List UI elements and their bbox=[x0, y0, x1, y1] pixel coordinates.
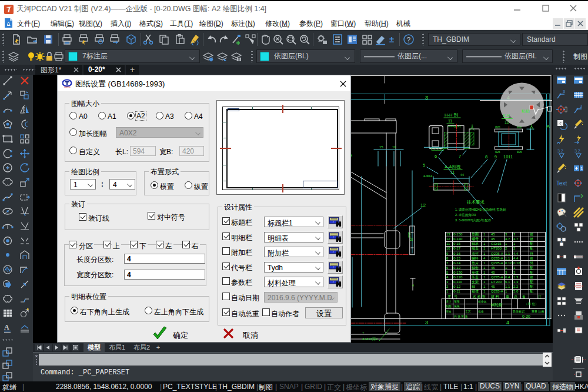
svg-text:0-16: 0-16 bbox=[453, 252, 461, 255]
svg-text:垫片: 垫片 bbox=[472, 261, 479, 265]
svg-text:6: 6 bbox=[435, 154, 437, 159]
svg-text:4: 4 bbox=[506, 320, 509, 325]
svg-text:0.12: 0.12 bbox=[513, 261, 520, 265]
svg-text:镀: 镀 bbox=[529, 237, 533, 241]
svg-text:3.2: 3.2 bbox=[557, 149, 563, 153]
svg-text:2. 未注圆角R3: 2. 未注圆角R3 bbox=[455, 213, 476, 217]
svg-text:Φ20: Φ20 bbox=[495, 126, 500, 129]
svg-text:1.1: 1.1 bbox=[505, 285, 510, 288]
svg-text:4.7: 4.7 bbox=[513, 237, 519, 241]
svg-text:45: 45 bbox=[491, 232, 495, 236]
svg-text:6.1: 6.1 bbox=[505, 280, 510, 284]
svg-text:配: 配 bbox=[530, 271, 533, 275]
svg-text:±: ± bbox=[389, 34, 394, 44]
svg-text:7: 7 bbox=[459, 154, 461, 159]
svg-text:压盖: 压盖 bbox=[472, 275, 479, 279]
svg-text:5: 5 bbox=[423, 162, 425, 168]
svg-text:座体: 座体 bbox=[472, 270, 479, 274]
svg-text:1.3: 1.3 bbox=[513, 275, 519, 279]
svg-text:材 料: 材 料 bbox=[490, 295, 499, 299]
svg-text:0-13: 0-13 bbox=[453, 266, 461, 270]
svg-text:Text: Text bbox=[556, 180, 567, 187]
svg-text:3: 3 bbox=[563, 89, 565, 94]
svg-text:1. 调质处理HB243,锐边倒钝 去毛刺: 1. 调质处理HB243,锐边倒钝 去毛刺 bbox=[455, 208, 506, 212]
svg-text:1: 1 bbox=[580, 166, 583, 171]
svg-text:9: 9 bbox=[446, 252, 449, 255]
svg-text:4: 4 bbox=[446, 275, 449, 279]
svg-text:轴承: 轴承 bbox=[472, 242, 479, 246]
svg-text:1: 1 bbox=[513, 242, 516, 245]
svg-text:1: 1 bbox=[483, 237, 486, 241]
svg-text:12: 12 bbox=[505, 120, 509, 124]
svg-text:1.1: 1.1 bbox=[505, 252, 510, 255]
svg-text:13: 13 bbox=[446, 232, 450, 236]
svg-text:螺栓: 螺栓 bbox=[472, 256, 479, 261]
svg-text:11: 11 bbox=[446, 242, 450, 245]
svg-text:重量 比例: 重量 比例 bbox=[532, 310, 544, 314]
svg-text:端盖: 端盖 bbox=[472, 246, 479, 250]
svg-text:蜗轮箱: 蜗轮箱 bbox=[491, 303, 503, 307]
svg-text:4: 4 bbox=[412, 284, 414, 287]
svg-text:Q235-A: Q235-A bbox=[491, 275, 503, 279]
svg-text:1: 1 bbox=[483, 232, 486, 236]
svg-text:1: 1 bbox=[483, 261, 486, 265]
svg-text:3: 3 bbox=[580, 104, 582, 108]
svg-text:1: 1 bbox=[513, 266, 516, 270]
svg-text:HT200: HT200 bbox=[491, 247, 502, 250]
svg-text:4.4: 4.4 bbox=[513, 257, 519, 260]
svg-text:2: 2 bbox=[513, 247, 516, 250]
svg-text:3: 3 bbox=[513, 232, 516, 236]
svg-text:5.0: 5.0 bbox=[513, 290, 519, 293]
svg-text:0-15: 0-15 bbox=[453, 257, 461, 260]
svg-text:螺母: 螺母 bbox=[472, 237, 479, 241]
svg-text:3: 3 bbox=[513, 271, 516, 274]
svg-text:配: 配 bbox=[530, 290, 533, 294]
svg-text:1.3: 1.3 bbox=[513, 280, 519, 284]
svg-text:镀: 镀 bbox=[529, 232, 533, 236]
svg-text:7: 7 bbox=[446, 261, 449, 265]
svg-text:Q235-A: Q235-A bbox=[491, 257, 503, 260]
svg-text:轴套: 轴套 bbox=[472, 266, 479, 270]
svg-text:Φ25: Φ25 bbox=[495, 151, 500, 154]
svg-text:总: 总 bbox=[513, 295, 517, 298]
svg-text:轴: 轴 bbox=[472, 285, 475, 289]
svg-text:1: 1 bbox=[483, 247, 486, 250]
svg-text:4.4: 4.4 bbox=[513, 252, 519, 255]
svg-text:1: 1 bbox=[483, 285, 486, 288]
svg-text:45: 45 bbox=[491, 266, 495, 270]
svg-text:配: 配 bbox=[530, 280, 533, 284]
svg-text:1: 1 bbox=[483, 271, 486, 274]
svg-text:单: 单 bbox=[506, 295, 509, 298]
svg-text:4-M16深2: 4-M16深2 bbox=[362, 337, 378, 341]
svg-text:0-14: 0-14 bbox=[453, 261, 461, 265]
svg-text:3.2: 3.2 bbox=[574, 149, 580, 153]
svg-text:?: ? bbox=[407, 36, 411, 44]
svg-text:H-H 剖: H-H 剖 bbox=[445, 112, 458, 118]
svg-text:镀: 镀 bbox=[529, 257, 533, 260]
svg-text:设计: 设计 bbox=[445, 300, 452, 303]
svg-text:垫圈: 垫圈 bbox=[472, 232, 479, 237]
svg-text:油封: 油封 bbox=[472, 252, 479, 256]
svg-text:2.2: 2.2 bbox=[513, 285, 519, 288]
svg-text:配: 配 bbox=[530, 247, 533, 251]
svg-text:1: 1 bbox=[483, 242, 486, 245]
svg-text:5: 5 bbox=[446, 271, 449, 274]
svg-text:镀: 镀 bbox=[529, 275, 533, 279]
svg-text:3: 3 bbox=[425, 95, 428, 101]
svg-text:25: 25 bbox=[410, 238, 413, 241]
svg-text:0-130: 0-130 bbox=[453, 271, 463, 274]
svg-text:箱体: 箱体 bbox=[472, 289, 479, 293]
svg-text:1: 1 bbox=[446, 290, 449, 293]
svg-text:0.12: 0.12 bbox=[505, 261, 512, 265]
svg-text:共 张 第 张: 共 张 第 张 bbox=[454, 315, 467, 318]
svg-text:10: 10 bbox=[392, 145, 396, 149]
svg-text:阶段标记: 阶段标记 bbox=[513, 310, 524, 314]
svg-text:9: 9 bbox=[495, 154, 497, 160]
svg-text:（单 位）: （单 位） bbox=[524, 302, 539, 305]
svg-text:0-15: 0-15 bbox=[453, 242, 461, 245]
svg-text:12: 12 bbox=[446, 237, 450, 241]
svg-text:6.4: 6.4 bbox=[505, 275, 510, 279]
svg-text:名 称: 名 称 bbox=[473, 295, 481, 299]
svg-text:4: 4 bbox=[483, 257, 486, 260]
svg-text:2: 2 bbox=[505, 247, 507, 250]
